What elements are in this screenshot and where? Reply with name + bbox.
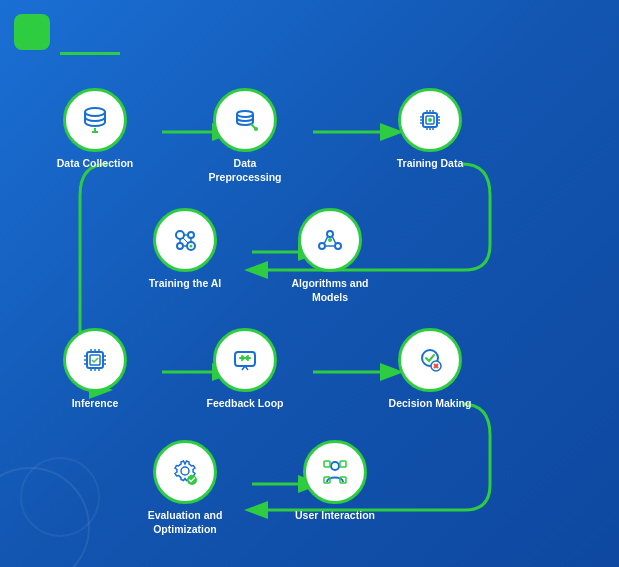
node-algorithms: Algorithms and Models — [285, 208, 375, 304]
node-training-ai: Training the AI — [140, 208, 230, 291]
svg-point-36 — [190, 245, 193, 248]
node-label-inference: Inference — [72, 397, 119, 411]
node-circle-data-preprocessing — [213, 88, 277, 152]
node-label-evaluation: Evaluation and Optimization — [140, 509, 230, 536]
node-circle-training-ai — [153, 208, 217, 272]
title-underline — [60, 52, 120, 55]
svg-rect-58 — [235, 352, 255, 366]
node-label-data-collection: Data Collection — [57, 157, 133, 171]
nodes-container: Data Collection Data Preprocessing Train… — [0, 0, 619, 567]
node-circle-inference — [63, 328, 127, 392]
node-label-algorithms: Algorithms and Models — [285, 277, 375, 304]
svg-rect-66 — [324, 461, 330, 467]
node-data-preprocessing: Data Preprocessing — [200, 88, 290, 184]
node-label-training-data: Training Data — [397, 157, 464, 171]
svg-point-26 — [428, 118, 432, 122]
node-feedback: Feedback Loop — [200, 328, 290, 411]
node-circle-user-interaction — [303, 440, 367, 504]
node-circle-training-data — [398, 88, 462, 152]
svg-point-11 — [254, 127, 258, 131]
svg-line-35 — [183, 238, 188, 243]
svg-point-27 — [176, 231, 184, 239]
node-decision: Decision Making — [385, 328, 475, 411]
node-user-interaction: User Interaction — [290, 440, 380, 523]
svg-rect-67 — [340, 461, 346, 467]
svg-point-29 — [177, 243, 183, 249]
node-label-feedback: Feedback Loop — [206, 397, 283, 411]
node-label-data-preprocessing: Data Preprocessing — [200, 157, 290, 184]
svg-line-42 — [332, 236, 336, 244]
svg-line-41 — [324, 236, 328, 244]
node-data-collection: Data Collection — [50, 88, 140, 171]
node-inference: Inference — [50, 328, 140, 411]
svg-line-10 — [251, 124, 255, 128]
svg-point-28 — [188, 232, 194, 238]
node-circle-data-collection — [63, 88, 127, 152]
node-training-data: Training Data — [385, 88, 475, 171]
node-evaluation: Evaluation and Optimization — [140, 440, 230, 536]
svg-point-65 — [331, 462, 339, 470]
node-circle-evaluation — [153, 440, 217, 504]
svg-point-9 — [237, 111, 253, 117]
node-label-training-ai: Training the AI — [149, 277, 222, 291]
node-circle-decision — [398, 328, 462, 392]
svg-point-6 — [85, 108, 105, 116]
svg-point-63 — [181, 467, 189, 475]
node-label-decision: Decision Making — [389, 397, 472, 411]
node-label-user-interaction: User Interaction — [295, 509, 375, 523]
node-circle-feedback — [213, 328, 277, 392]
logo — [14, 14, 50, 50]
svg-point-40 — [328, 238, 332, 242]
node-circle-algorithms — [298, 208, 362, 272]
